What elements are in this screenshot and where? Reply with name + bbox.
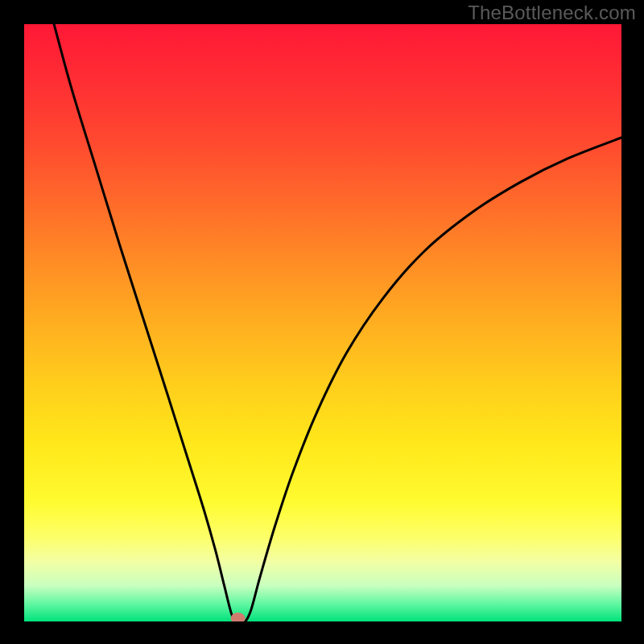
- watermark-text: TheBottleneck.com: [468, 2, 636, 24]
- chart-svg: [24, 24, 621, 621]
- chart-plot-area: [24, 24, 621, 621]
- chart-background: [24, 24, 621, 621]
- image-frame: TheBottleneck.com: [0, 0, 644, 644]
